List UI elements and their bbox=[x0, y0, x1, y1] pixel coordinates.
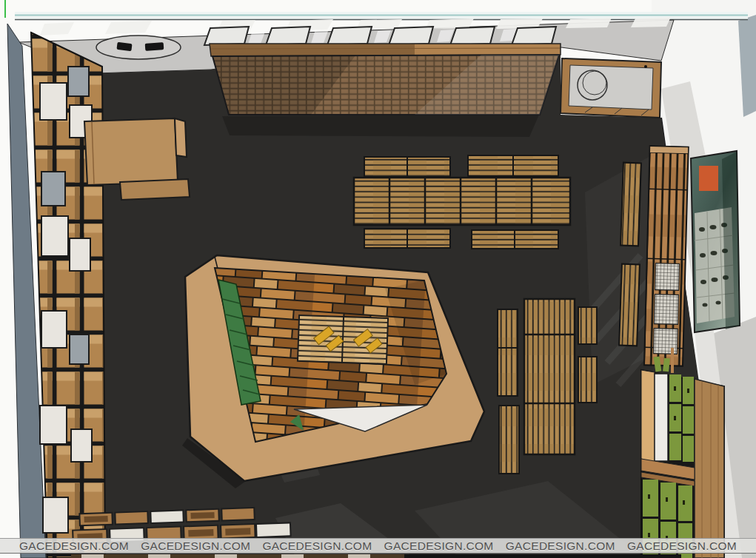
watermark-text: GACEDESIGN.COM bbox=[506, 539, 615, 553]
mesh-baskets bbox=[653, 263, 679, 354]
right-slat-shelf bbox=[644, 146, 689, 366]
reading-table-vertical bbox=[524, 299, 575, 454]
watermark-text: GACEDESIGN.COM bbox=[262, 539, 372, 553]
ceiling-fixture bbox=[96, 36, 181, 59]
platform-table bbox=[298, 315, 388, 364]
watermark-text: GACEDESIGN.COM bbox=[19, 539, 129, 553]
locker-white-cell bbox=[655, 374, 668, 461]
reading-table bbox=[354, 178, 570, 225]
watermark-text: GACEDESIGN.COM bbox=[141, 539, 250, 553]
watermark-text: GACEDESIGN.COM bbox=[627, 539, 737, 553]
wall-poster bbox=[691, 151, 740, 332]
watermark-bar: GACEDESIGN.COM GACEDESIGN.COM GACEDESIGN… bbox=[0, 538, 756, 554]
watermark-text: GACEDESIGN.COM bbox=[384, 539, 494, 553]
locker-tan-strip bbox=[641, 370, 655, 463]
canopy-floor-shadow bbox=[222, 115, 539, 137]
slatted-canopy bbox=[210, 44, 561, 115]
below-bar-shelf-strip bbox=[71, 554, 681, 558]
locker-wood-side bbox=[695, 379, 724, 558]
interior-render: GACEDESIGN.COM GACEDESIGN.COM GACEDESIGN… bbox=[0, 0, 756, 558]
poster-accent-square bbox=[699, 166, 718, 191]
wall-cabinet bbox=[561, 58, 661, 118]
